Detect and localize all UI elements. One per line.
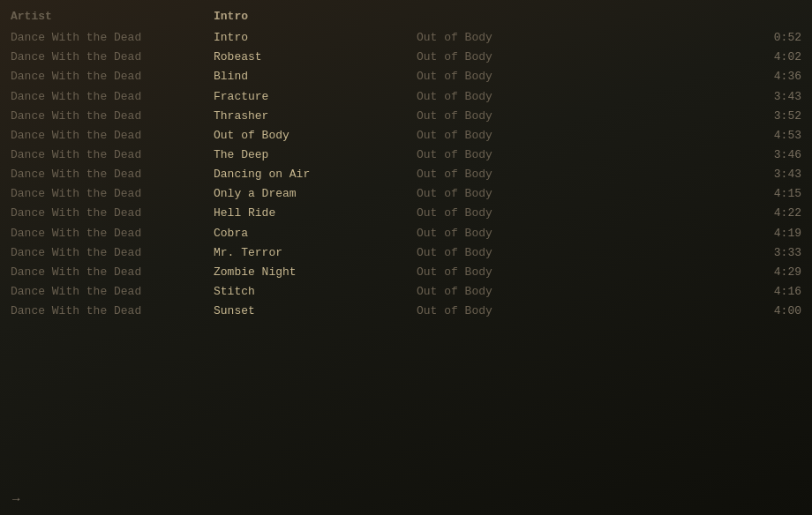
track-artist: Dance With the Dead bbox=[11, 127, 214, 145]
track-title: Robeast bbox=[214, 49, 417, 66]
track-duration: 3:33 bbox=[748, 244, 801, 262]
table-row[interactable]: Dance With the DeadSunsetOut of Body4:00 bbox=[0, 302, 812, 321]
track-album: Out of Body bbox=[417, 283, 523, 301]
table-row[interactable]: Dance With the DeadHell RideOut of Body4… bbox=[0, 204, 812, 223]
track-spacer bbox=[523, 225, 748, 243]
table-row[interactable]: Dance With the DeadCobraOut of Body4:19 bbox=[0, 224, 812, 243]
track-spacer bbox=[523, 205, 748, 222]
table-row[interactable]: Dance With the DeadZombie NightOut of Bo… bbox=[0, 263, 812, 282]
track-spacer bbox=[523, 166, 748, 183]
table-row[interactable]: Dance With the DeadRobeastOut of Body4:0… bbox=[0, 48, 812, 67]
header-album bbox=[417, 8, 523, 26]
track-album: Out of Body bbox=[417, 88, 523, 106]
track-artist: Dance With the Dead bbox=[11, 88, 214, 106]
track-spacer bbox=[523, 68, 748, 86]
track-spacer bbox=[523, 49, 748, 66]
track-spacer bbox=[523, 29, 748, 47]
track-spacer bbox=[523, 88, 748, 106]
track-duration: 3:43 bbox=[748, 166, 801, 183]
track-title: Stitch bbox=[214, 283, 417, 301]
track-title: Blind bbox=[214, 68, 417, 86]
bottom-arrow-icon: → bbox=[12, 492, 19, 506]
track-album: Out of Body bbox=[417, 68, 523, 86]
track-spacer bbox=[523, 146, 748, 164]
track-album: Out of Body bbox=[417, 166, 523, 183]
track-artist: Dance With the Dead bbox=[11, 302, 214, 320]
track-duration: 3:46 bbox=[748, 146, 801, 164]
track-title: Dancing on Air bbox=[214, 166, 417, 183]
track-album: Out of Body bbox=[417, 264, 523, 281]
header-duration bbox=[748, 8, 801, 26]
track-artist: Dance With the Dead bbox=[11, 29, 214, 47]
track-title: Thrasher bbox=[214, 108, 417, 125]
track-artist: Dance With the Dead bbox=[11, 185, 214, 203]
track-artist: Dance With the Dead bbox=[11, 49, 214, 66]
track-duration: 4:53 bbox=[748, 127, 801, 145]
table-row[interactable]: Dance With the DeadStitchOut of Body4:16 bbox=[0, 282, 812, 302]
track-album: Out of Body bbox=[417, 108, 523, 125]
table-row[interactable]: Dance With the DeadThrasherOut of Body3:… bbox=[0, 107, 812, 126]
table-row[interactable]: Dance With the DeadFractureOut of Body3:… bbox=[0, 87, 812, 107]
track-title: Zombie Night bbox=[214, 264, 417, 281]
header-title: Intro bbox=[214, 8, 417, 26]
track-title: Mr. Terror bbox=[214, 244, 417, 262]
table-row[interactable]: Dance With the DeadOnly a DreamOut of Bo… bbox=[0, 184, 812, 204]
track-duration: 4:15 bbox=[748, 185, 801, 203]
track-duration: 4:16 bbox=[748, 283, 801, 301]
header-spacer bbox=[523, 8, 748, 26]
track-spacer bbox=[523, 302, 748, 320]
track-title: Hell Ride bbox=[214, 205, 417, 222]
table-row[interactable]: Dance With the DeadBlindOut of Body4:36 bbox=[0, 67, 812, 86]
track-duration: 4:29 bbox=[748, 264, 801, 281]
table-row[interactable]: Dance With the DeadThe DeepOut of Body3:… bbox=[0, 146, 812, 165]
track-spacer bbox=[523, 185, 748, 203]
track-artist: Dance With the Dead bbox=[11, 146, 214, 164]
track-artist: Dance With the Dead bbox=[11, 283, 214, 301]
table-header: Artist Intro bbox=[0, 7, 812, 28]
track-artist: Dance With the Dead bbox=[11, 108, 214, 125]
track-title: Fracture bbox=[214, 88, 417, 106]
track-artist: Dance With the Dead bbox=[11, 225, 214, 243]
track-title: Intro bbox=[214, 29, 417, 47]
track-artist: Dance With the Dead bbox=[11, 244, 214, 262]
track-duration: 4:19 bbox=[748, 225, 801, 243]
track-artist: Dance With the Dead bbox=[11, 264, 214, 281]
track-album: Out of Body bbox=[417, 205, 523, 222]
track-album: Out of Body bbox=[417, 225, 523, 243]
track-artist: Dance With the Dead bbox=[11, 205, 214, 222]
track-title: Only a Dream bbox=[214, 185, 417, 203]
track-artist: Dance With the Dead bbox=[11, 166, 214, 183]
track-album: Out of Body bbox=[417, 49, 523, 66]
track-duration: 4:00 bbox=[748, 302, 801, 320]
table-row[interactable]: Dance With the DeadDancing on AirOut of … bbox=[0, 165, 812, 184]
track-album: Out of Body bbox=[417, 302, 523, 320]
header-artist: Artist bbox=[11, 8, 214, 26]
track-duration: 3:43 bbox=[748, 88, 801, 106]
track-album: Out of Body bbox=[417, 146, 523, 164]
table-row[interactable]: Dance With the DeadOut of BodyOut of Bod… bbox=[0, 126, 812, 146]
track-duration: 4:02 bbox=[748, 49, 801, 66]
track-spacer bbox=[523, 283, 748, 301]
track-duration: 4:22 bbox=[748, 205, 801, 222]
track-duration: 4:36 bbox=[748, 68, 801, 86]
track-title: The Deep bbox=[214, 146, 417, 164]
track-album: Out of Body bbox=[417, 244, 523, 262]
track-list: Artist Intro Dance With the DeadIntroOut… bbox=[0, 0, 812, 328]
table-row[interactable]: Dance With the DeadIntroOut of Body0:52 bbox=[0, 28, 812, 48]
track-album: Out of Body bbox=[417, 185, 523, 203]
track-title: Sunset bbox=[214, 302, 417, 320]
track-duration: 0:52 bbox=[748, 29, 801, 47]
track-album: Out of Body bbox=[417, 29, 523, 47]
track-duration: 3:52 bbox=[748, 108, 801, 125]
track-spacer bbox=[523, 127, 748, 145]
track-album: Out of Body bbox=[417, 127, 523, 145]
track-spacer bbox=[523, 108, 748, 125]
table-row[interactable]: Dance With the DeadMr. TerrorOut of Body… bbox=[0, 243, 812, 263]
track-title: Cobra bbox=[214, 225, 417, 243]
track-title: Out of Body bbox=[214, 127, 417, 145]
track-artist: Dance With the Dead bbox=[11, 68, 214, 86]
track-spacer bbox=[523, 244, 748, 262]
track-spacer bbox=[523, 264, 748, 281]
